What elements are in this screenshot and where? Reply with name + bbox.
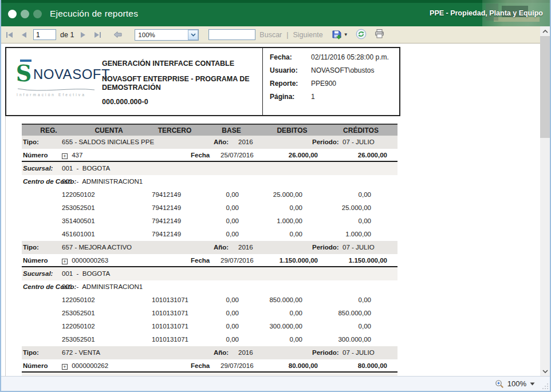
logo-wordmark: NOVASOFT: [33, 66, 110, 82]
base-value: 0,00: [226, 191, 239, 198]
logo-tagline: Información Efectiva: [17, 93, 86, 97]
toolbar-icons: ▼: [332, 29, 385, 41]
base-value: 0,00: [226, 323, 239, 330]
search-input[interactable]: [208, 29, 255, 40]
buscar-link[interactable]: Buscar: [259, 31, 282, 39]
titlebar-dots: [8, 10, 42, 18]
base-value: 0,00: [226, 336, 239, 343]
report-toolbar: de 1 100% Buscar |: [1, 26, 540, 43]
tercero-value: 79412149: [152, 231, 181, 237]
meta-label: Página:: [270, 93, 311, 101]
table-row-tipo: Tipo:657 - MEJORA ACTIVOAño:2016Periodo:…: [22, 241, 397, 254]
report-page: S NOVASOFT Información Efectiva GENERACI…: [1, 43, 540, 376]
header-divider: [262, 48, 263, 115]
fecha-label: Fecha: [191, 257, 210, 264]
back-button[interactable]: [112, 30, 123, 40]
page-number-input[interactable]: [33, 29, 56, 40]
refresh-button[interactable]: [356, 29, 367, 41]
column-header: REG.: [40, 126, 57, 134]
dot-icon: [33, 10, 42, 18]
scroll-down-button[interactable]: [540, 366, 550, 376]
photo-shape: [494, 17, 540, 22]
status-zoom-value: 100%: [507, 379, 526, 388]
debitos-value: 1.000,00: [277, 217, 302, 224]
ano-value: 2016: [238, 349, 253, 356]
scrollbar-thumb[interactable]: [540, 36, 550, 138]
first-page-button[interactable]: [5, 30, 15, 40]
base-value: 0,00: [226, 231, 239, 237]
table-row-tipo: Tipo:672 - VENTAAño:2016Periodo:07 - JUL…: [22, 346, 397, 359]
main-area: de 1 100% Buscar |: [1, 26, 550, 376]
row-label: Tipo:: [23, 349, 39, 356]
table-row-numero: Número+ 0000000263Fecha29/07/20161.150.0…: [22, 254, 397, 267]
table-row-detail: 25305250110101310710,000,00850.000,00: [22, 307, 397, 320]
creditos-value: 1.000,00: [345, 231, 371, 237]
export-caret-icon[interactable]: ▼: [344, 32, 348, 37]
logo-s-glyph: S: [16, 63, 32, 84]
meta-label: Fecha:: [270, 53, 311, 62]
debitos-value: 80.000,00: [289, 362, 318, 369]
creditos-value: 26.000,00: [358, 152, 387, 159]
status-zoom-control[interactable]: 100%: [495, 379, 535, 389]
periodo-label: Periodo:: [312, 138, 339, 145]
novasoft-logo: S NOVASOFT Información Efectiva: [11, 58, 98, 108]
fecha-value: 25/07/2016: [221, 152, 254, 159]
scroll-pane: de 1 100% Buscar |: [1, 26, 540, 376]
row-value: 001 - BOGOTA: [62, 270, 110, 277]
ano-label: Año:: [214, 244, 229, 251]
last-page-button[interactable]: [92, 30, 103, 40]
export-button[interactable]: ▼: [332, 30, 348, 40]
expand-icon[interactable]: +: [62, 259, 68, 264]
debitos-value: 850.000,00: [269, 296, 302, 303]
base-value: 0,00: [226, 204, 239, 211]
table-row-numero: Número+ 437Fecha25/07/201626.000,0026.00…: [22, 149, 397, 162]
numero-value: + 0000000263: [62, 257, 108, 264]
fecha-value: 29/07/2016: [221, 257, 254, 264]
cuenta-value: 122050102: [62, 191, 95, 198]
fecha-value: 29/07/2016: [221, 362, 254, 369]
chevron-down-icon[interactable]: [188, 30, 198, 40]
creditos-value: 850.000,00: [338, 310, 371, 316]
scroll-up-button[interactable]: [540, 26, 550, 36]
creditos-value: 1.150.000,00: [349, 257, 387, 264]
base-value: 0,00: [226, 310, 239, 316]
report-header-box: S NOVASOFT Información Efectiva GENERACI…: [5, 47, 400, 116]
creditos-value: 25.000,00: [342, 204, 371, 211]
cuenta-value: 122050102: [62, 296, 95, 303]
numero-value: + 0000000262: [62, 362, 108, 370]
vertical-scrollbar[interactable]: [540, 26, 550, 376]
table-row-detail: 253052501794121490,000,0025.000,00: [22, 201, 397, 215]
base-value: 0,00: [226, 296, 239, 303]
prev-page-button[interactable]: [19, 30, 29, 40]
dot-icon: [21, 10, 29, 18]
resize-grip[interactable]: [541, 382, 549, 390]
row-value: 001 - BOGOTA: [62, 165, 110, 172]
table-row-detail: 451601001794121490,000,001.000,00: [22, 228, 397, 241]
report-viewer-window: Ejecución de reportes PPE - Propiedad, P…: [0, 0, 551, 392]
next-page-button[interactable]: [78, 30, 88, 40]
export-icon: [332, 30, 343, 40]
expand-icon[interactable]: +: [62, 153, 68, 159]
magnifier-icon: [495, 379, 504, 389]
creditos-value: 0,00: [359, 323, 371, 330]
expand-icon[interactable]: +: [62, 364, 68, 370]
periodo-value: 07 - JULIO: [343, 349, 375, 356]
row-label: Número: [23, 362, 48, 369]
fecha-label: Fecha: [191, 362, 210, 369]
debitos-value: 0,00: [290, 336, 302, 343]
debitos-value: 0,00: [290, 231, 302, 237]
zoom-select-value: 100%: [135, 31, 155, 38]
tercero-value: 1010131071: [152, 310, 188, 316]
chevron-down-icon: [530, 382, 535, 386]
column-header: CRÉDITOS: [343, 126, 379, 134]
periodo-label: Periodo:: [312, 349, 339, 356]
siguiente-link[interactable]: Siguiente: [293, 31, 323, 39]
table-row-detail: 25305250110101310710,000,00300.000,00: [22, 333, 397, 346]
table-row-sucursal: Sucursal:001 - BOGOTA: [22, 267, 397, 280]
table-row-centro: Centro de Costo:001 - ADMINISTRACION1: [22, 175, 397, 188]
report-titles: GENERACIÓN INTERFACE CONTABLE NOVASOFT E…: [102, 60, 259, 107]
numero-value: + 437: [62, 152, 82, 159]
print-button[interactable]: [374, 29, 385, 41]
periodo-label: Periodo:: [312, 244, 339, 251]
zoom-select[interactable]: 100%: [135, 29, 199, 41]
